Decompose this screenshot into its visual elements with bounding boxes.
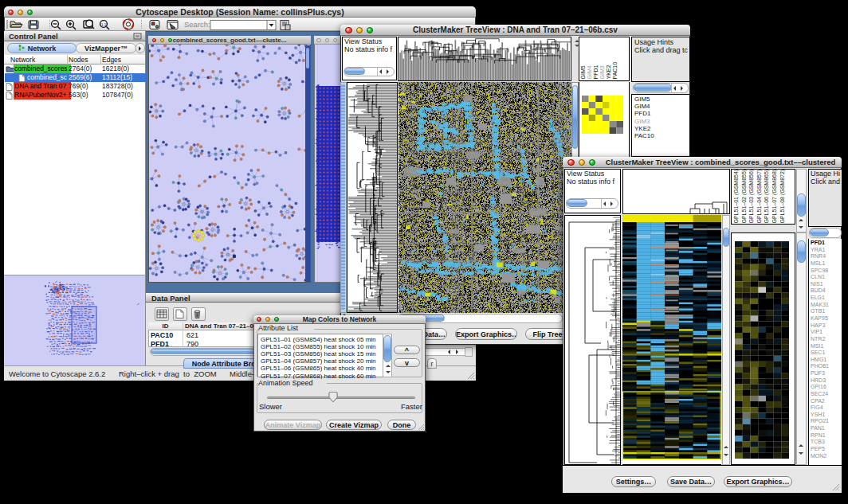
svg-text:Search:: Search: — [184, 20, 210, 29]
svg-text:1:1: 1:1 — [101, 23, 107, 27]
